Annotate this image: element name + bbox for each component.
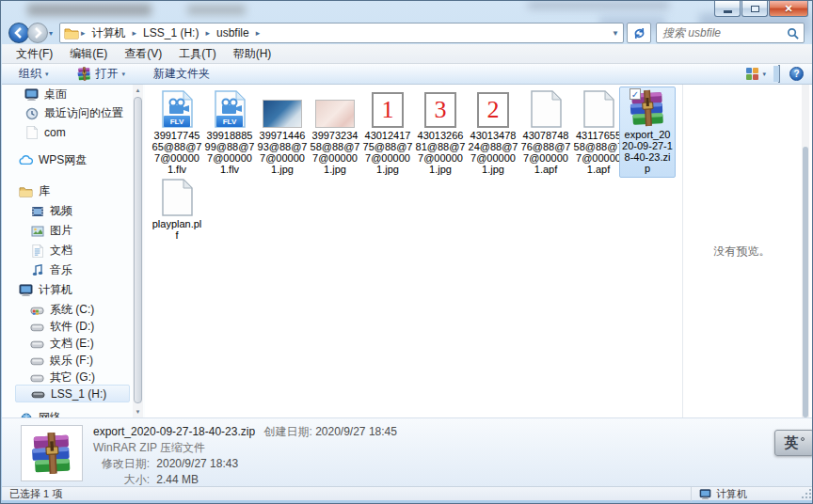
winrar-icon (77, 67, 91, 81)
search-input[interactable] (657, 26, 787, 39)
forward-button[interactable] (27, 23, 48, 43)
menu-tools[interactable]: 工具(T) (170, 43, 224, 65)
scrollbar-thumb[interactable] (803, 147, 808, 417)
help-button[interactable]: ? (789, 67, 804, 81)
file-item[interactable]: 3 4301326681@88@77@000001.jpg (414, 88, 467, 175)
scroll-up-icon[interactable]: ▲ (133, 85, 143, 96)
change-view-button[interactable]: ▾ (743, 66, 769, 82)
created-label: 创建日期: (263, 425, 311, 438)
preview-scrollbar[interactable] (802, 85, 809, 417)
command-bar: 组织 ▾ 打开 ▾ 新建文件夹 ▾ ? (2, 64, 813, 85)
file-item[interactable]: playplan.plf (151, 177, 203, 241)
file-name: 4301241775@88@77@000001.jpg (362, 130, 413, 175)
drive-icon (30, 337, 44, 351)
file-item[interactable]: FLV 3991774565@88@77@000001.flv (151, 88, 203, 175)
new-folder-label: 新建文件夹 (153, 66, 210, 82)
sidebar-item-libraries[interactable]: 库 (19, 182, 141, 200)
main-area: 桌面 最近访问的位置 com WPS网盘 库 视频 (2, 85, 813, 417)
explorer-window: ✕ ▾ ▸ 计算机 ▸ LSS_1 (H:) ▸ usbfile ▸ ▼ (0, 0, 813, 504)
titlebar-smudge (528, 1, 669, 9)
sidebar-item-drive-f[interactable]: 娱乐 (F:) (30, 352, 145, 370)
organize-button[interactable]: 组织 ▾ (11, 64, 56, 84)
breadcrumb-folder[interactable]: usbfile (212, 24, 254, 41)
status-bar: 已选择 1 项 计算机 (2, 486, 813, 500)
file-item[interactable]: FLV 3991888599@88@77@000001.flv (203, 88, 256, 175)
address-bar[interactable]: ▸ 计算机 ▸ LSS_1 (H:) ▸ usbfile ▸ ▼ (59, 23, 624, 43)
chevron-down-icon: ▾ (45, 71, 49, 78)
sidebar-item-label: 计算机 (39, 282, 72, 298)
forward-arrow-icon (32, 27, 43, 39)
system-drive-icon (30, 303, 44, 317)
ime-language-badge[interactable]: 英 (774, 430, 813, 456)
breadcrumb-computer[interactable]: 计算机 (88, 24, 131, 43)
minimize-button[interactable] (714, 1, 741, 17)
file-name: 4301347824@88@77@000001.jpg (468, 130, 518, 175)
resize-grip[interactable] (801, 488, 812, 499)
nav-history-dropdown[interactable]: ▾ (49, 29, 53, 38)
sidebar-item-label: 库 (39, 183, 50, 199)
preview-pane-button[interactable] (778, 66, 780, 83)
menu-file[interactable]: 文件(F) (8, 43, 61, 65)
sidebar-item-recent[interactable]: 最近访问的位置 (24, 104, 145, 122)
breadcrumb-drive[interactable]: LSS_1 (H:) (138, 24, 203, 41)
jpg-number-thumbnail: 1 (372, 88, 404, 128)
usb-drive-icon (31, 386, 45, 401)
open-button[interactable]: 打开 ▾ (70, 64, 134, 84)
address-dropdown-icon[interactable]: ▼ (612, 29, 619, 38)
scrollbar-thumb[interactable] (134, 97, 142, 403)
sidebar-item-network[interactable]: 网络 (19, 409, 141, 417)
sidebar-item-videos[interactable]: 视频 (30, 202, 145, 220)
sidebar-item-documents[interactable]: 文档 (30, 242, 145, 260)
sidebar-item-drive-h[interactable]: LSS_1 (H:) (15, 385, 130, 402)
sidebar-item-computer[interactable]: 计算机 (19, 281, 141, 299)
sidebar-item-pictures[interactable]: 图片 (30, 222, 145, 240)
breadcrumb-separator-icon: ▸ (203, 28, 212, 38)
sidebar-item-drive-d[interactable]: 软件 (D:) (30, 318, 145, 336)
file-item[interactable]: 2 4301347824@88@77@000001.jpg (467, 88, 519, 175)
close-button[interactable]: ✕ (769, 1, 808, 17)
back-arrow-icon (13, 27, 24, 39)
blank-file-icon (161, 177, 193, 216)
sidebar-scrollbar[interactable]: ▲ ▼ (133, 85, 143, 417)
no-preview-message: 没有预览。 (714, 244, 771, 260)
modified-value: 2020/9/27 18:43 (156, 457, 238, 470)
sidebar-item-label: 软件 (D:) (50, 319, 94, 335)
chevron-down-icon: ▾ (122, 71, 126, 78)
file-name: playplan.plf (151, 218, 202, 241)
titlebar-smudge (187, 5, 246, 15)
sidebar-item-drive-c[interactable]: 系统 (C:) (30, 301, 145, 319)
title-bar[interactable]: ✕ (1, 1, 813, 22)
file-item[interactable]: 4307874876@88@77@000001.apf (519, 88, 572, 175)
search-box[interactable] (656, 23, 805, 43)
new-folder-button[interactable]: 新建文件夹 (146, 64, 217, 84)
menu-view[interactable]: 查看(V) (116, 43, 170, 65)
sidebar-item-com[interactable]: com (24, 123, 145, 141)
jpg-number-thumbnail: 2 (477, 88, 509, 128)
file-item[interactable]: 3997323458@88@77@000001.jpg (309, 88, 361, 175)
file-list[interactable]: FLV 3991774565@88@77@000001.flv FLV 3991… (146, 85, 682, 417)
selection-count: 已选择 1 项 (2, 487, 62, 501)
scroll-down-icon[interactable]: ▼ (133, 406, 143, 417)
sidebar-item-wps-cloud[interactable]: WPS网盘 (19, 151, 141, 169)
sidebar-item-desktop[interactable]: 桌面 (24, 86, 145, 103)
refresh-button[interactable] (627, 23, 651, 43)
menu-help[interactable]: 帮助(H) (225, 43, 280, 65)
back-button[interactable] (8, 23, 29, 43)
blank-file-icon (530, 88, 562, 128)
file-name: export_2020-09-27-18-40-23.zip (622, 129, 673, 174)
file-item[interactable]: 1 4301241775@88@77@000001.jpg (361, 88, 414, 175)
file-name: 3997144693@88@77@000001.jpg (257, 130, 308, 175)
flv-file-icon: FLV (214, 88, 246, 128)
sidebar-item-drive-e[interactable]: 文档 (E:) (30, 335, 145, 353)
flv-badge: FLV (216, 116, 243, 127)
file-item-selected[interactable]: ✓ export_2020-09-27-18-40-23.zip (619, 87, 676, 178)
file-item[interactable]: 4311765558@88@77@000001.apf (572, 88, 625, 175)
sidebar-item-label: 文档 (E:) (50, 336, 94, 352)
menu-edit[interactable]: 编辑(E) (61, 43, 116, 65)
file-item[interactable]: 3997144693@88@77@000001.jpg (256, 88, 309, 175)
views-icon (746, 68, 758, 80)
sidebar-item-label: 文档 (50, 243, 72, 259)
sidebar-item-music[interactable]: 音乐 (30, 261, 145, 279)
maximize-button[interactable] (741, 1, 768, 17)
selection-checkbox[interactable]: ✓ (630, 88, 641, 100)
